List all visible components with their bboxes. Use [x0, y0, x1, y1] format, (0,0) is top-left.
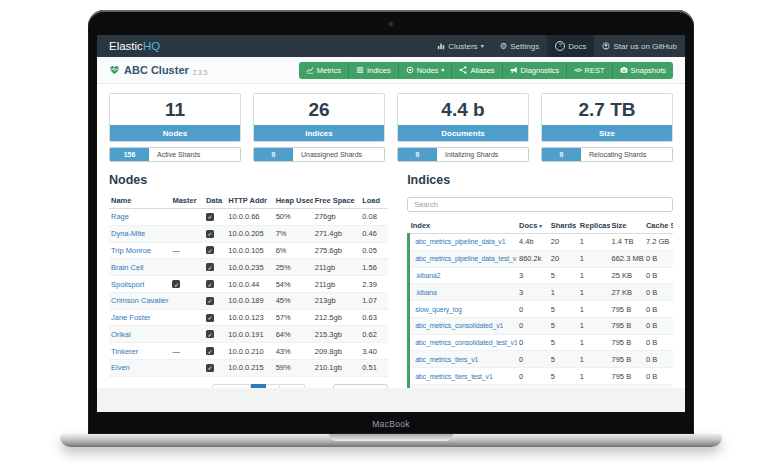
data-checkbox[interactable]: ✓	[206, 347, 214, 355]
nav-clusters[interactable]: Clusters ▾	[429, 35, 491, 57]
node-name-link[interactable]: Crimson Cavalier	[111, 296, 169, 305]
search-input[interactable]	[407, 197, 673, 212]
node-name-link[interactable]: Jane Foster	[111, 313, 151, 322]
node-name-link[interactable]: Tinkerer	[111, 347, 138, 356]
index-name-link[interactable]: abc_metrics_pipeline_data_test_v1	[415, 255, 517, 262]
node-name-link[interactable]: Spoilsport	[111, 280, 144, 289]
index-cache: 0 B	[644, 301, 673, 318]
index-replicas: 1	[578, 250, 610, 267]
tab-aliases[interactable]: Aliases	[452, 62, 502, 79]
page-footer-area	[97, 388, 685, 412]
index-docs: 860.2k	[517, 250, 549, 267]
table-row: Dyna-Mite ✓ 10.0.0.205 7% 271.4gb 0.46	[109, 225, 388, 242]
tab-metrics[interactable]: Metrics	[299, 62, 349, 79]
index-name-link[interactable]: .kibana2	[415, 272, 440, 279]
col-header-master[interactable]: Master	[170, 193, 203, 209]
node-heap: 25%	[274, 259, 313, 276]
master-dash: —	[172, 246, 180, 255]
nav-github-star[interactable]: Star us on GitHub	[594, 35, 685, 57]
node-heap: 6%	[274, 242, 313, 259]
stat-value: 4.4 b	[398, 94, 528, 125]
col-header-index[interactable]: Index	[409, 218, 517, 234]
col-header-shards[interactable]: Shards	[549, 218, 578, 234]
node-name-link[interactable]: Brain Cell	[111, 263, 144, 272]
node-addr: 10.0.0.123	[226, 309, 273, 326]
col-header-addr[interactable]: HTTP Addr	[226, 193, 273, 209]
index-shards: 5	[549, 301, 578, 318]
node-heap: 57%	[274, 309, 313, 326]
nav-settings[interactable]: ⚙ Settings	[492, 35, 548, 57]
node-free: 276gb	[313, 209, 360, 226]
target-icon	[406, 66, 414, 74]
index-name-link[interactable]: abc_metrics_tiers_test_v1	[415, 373, 493, 380]
col-header-docs[interactable]: Docs▾	[517, 218, 549, 234]
node-free: 213gb	[313, 292, 360, 309]
col-header-size[interactable]: Size	[610, 218, 644, 234]
index-docs: 0	[517, 334, 549, 351]
node-name-link[interactable]: Dyna-Mite	[111, 229, 145, 238]
tab-snapshots[interactable]: Snapshots	[613, 62, 673, 79]
master-checkbox[interactable]: ✓	[172, 280, 180, 288]
node-free: 209.8gb	[313, 343, 360, 360]
data-checkbox[interactable]: ✓	[206, 280, 214, 288]
data-checkbox[interactable]: ✓	[206, 330, 214, 338]
cluster-name: ABC Cluster	[109, 64, 189, 76]
data-checkbox[interactable]: ✓	[206, 314, 214, 322]
brand-logo[interactable]: ElasticHQ	[97, 35, 172, 57]
index-name-link[interactable]: abc_metrics_pipeline_data_v1	[415, 238, 505, 245]
index-shards: 5	[549, 317, 578, 334]
node-addr: 10.0.0.210	[226, 343, 273, 360]
node-load: 0.51	[360, 360, 388, 377]
app-screen: ElasticHQ Clusters ▾ ⚙ Settings	[97, 35, 685, 412]
data-checkbox[interactable]: ✓	[206, 297, 214, 305]
stat-value: 26	[254, 94, 384, 125]
index-cache: 0 B	[644, 351, 673, 368]
col-header-cache[interactable]: Cache Size	[644, 218, 673, 234]
node-name-link[interactable]: Orikal	[111, 330, 131, 339]
initializing-shards-bar: 0 Initalizing Shards	[397, 147, 529, 162]
camera-icon	[620, 66, 628, 74]
table-row: Crimson Cavalier ✓ 10.0.0.189 45% 213gb …	[109, 292, 388, 309]
table-row: Rage ✓ 10.0.0.66 50% 276gb 0.08	[109, 209, 388, 226]
col-header-free[interactable]: Free Space	[313, 193, 360, 209]
index-name-link[interactable]: abc_metrics_consolidated_v1	[415, 322, 503, 329]
node-name-link[interactable]: Elven	[111, 363, 130, 372]
tab-nodes[interactable]: Nodes ▾	[399, 62, 453, 79]
data-checkbox[interactable]: ✓	[206, 246, 214, 254]
data-checkbox[interactable]: ✓	[206, 263, 214, 271]
nav-docs[interactable]: ? Docs	[547, 35, 594, 57]
macbook-label: MacBook	[88, 419, 694, 429]
node-load: 0.08	[360, 209, 388, 226]
col-header-data[interactable]: Data	[204, 193, 226, 209]
tab-diagnostics[interactable]: Diagnostics	[503, 62, 568, 79]
node-load: 0.62	[360, 326, 388, 343]
index-shards: 20	[549, 250, 578, 267]
index-name-link[interactable]: abc_metrics_consolidated_test_v1	[415, 339, 517, 346]
col-header-heap[interactable]: Heap Used	[274, 193, 313, 209]
webcam-icon	[389, 22, 393, 26]
col-header-load[interactable]: Load	[360, 193, 388, 209]
node-name-link[interactable]: Rage	[111, 212, 129, 221]
index-name-link[interactable]: abc_metrics_tiers_v1	[415, 356, 478, 363]
macbook-notch	[329, 434, 453, 441]
index-name-link[interactable]: .kibana	[415, 289, 437, 296]
col-header-replicas[interactable]: Replicas	[578, 218, 610, 234]
cluster-version: 2.3.5	[193, 69, 207, 76]
table-header-row: Index Docs▾ Shards Replicas Size Cache S…	[409, 218, 673, 234]
data-checkbox[interactable]: ✓	[206, 364, 214, 372]
list-icon	[356, 66, 364, 74]
data-checkbox[interactable]: ✓	[206, 213, 214, 221]
tab-rest[interactable]: </> REST	[567, 62, 612, 79]
navbar-menu: Clusters ▾ ⚙ Settings ? Docs	[429, 35, 685, 57]
index-name-link[interactable]: slow_query_log	[415, 306, 461, 313]
stat-indices: 26 Indices 0 Unassigned Shards	[253, 93, 385, 162]
node-addr: 10.0.0.105	[226, 242, 273, 259]
tab-indices[interactable]: Indices	[349, 62, 399, 79]
col-header-name[interactable]: Name	[109, 193, 170, 209]
code-icon: </>	[574, 67, 581, 73]
index-size: 795 B	[610, 334, 644, 351]
node-name-link[interactable]: Trip Monroe	[111, 246, 151, 255]
line-chart-icon	[306, 66, 314, 74]
data-checkbox[interactable]: ✓	[206, 230, 214, 238]
table-row: Elven ✓ 10.0.0.215 59% 210.1gb 0.51	[109, 360, 388, 377]
